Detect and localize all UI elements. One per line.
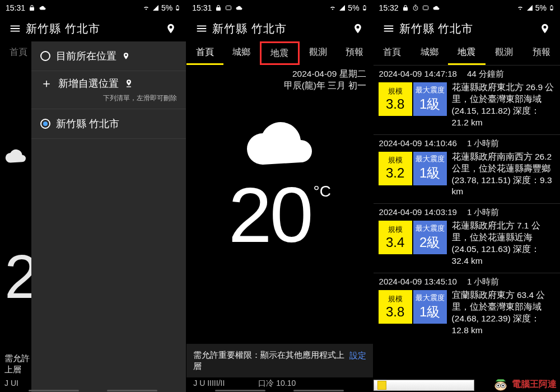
eq-time: 2024-04-09 14:10:46 [379,138,457,149]
svg-rect-11 [551,6,552,6]
battery-icon [175,4,180,12]
earthquake-item[interactable]: 2024-04-09 14:10:461 小時前規模3.2最大震度1級花蓮縣政府… [374,134,560,204]
add-location-row[interactable]: ＋ 新增自選位置 下列清單，左滑即可刪除 [31,71,186,109]
magnitude-value: 3.2 [386,165,404,181]
magnitude-tile: 規模3.4 [378,220,413,255]
svg-rect-1 [177,6,178,6]
plus-icon: ＋ [40,78,53,88]
faint-below: J U IIIII/II 口冷 10.10 [186,379,372,389]
earthquake-item[interactable]: 2024-04-09 13:45:101 小時前規模3.8最大震度1級宜蘭縣政府… [374,273,560,342]
status-bar: 15:31 5% [0,0,186,16]
battery-text: 5% [161,3,172,12]
cloud-icon [432,4,440,11]
temperature: 20 °C [186,176,372,254]
intensity-tile: 最大震度1級 [413,82,447,116]
magnitude-tile: 規模3.2 [378,151,413,186]
svg-rect-2 [177,10,179,10]
current-location-row[interactable]: 目前所在位置 [31,41,186,71]
eq-ago: 1 小時前 [467,138,500,149]
menu-button[interactable] [378,22,399,35]
wifi-icon [142,4,150,11]
status-bar: 15:31 5% [186,0,372,16]
tab-observe[interactable]: 觀測 [300,41,336,65]
tab-earthquake[interactable]: 地震 [260,41,300,65]
intensity-tile: 最大震度2級 [413,220,447,255]
battery-text: 5% [535,3,547,12]
location-button[interactable] [347,23,368,34]
tab-bar: 首頁 城鄉 地震 觀測 預報 [374,41,560,65]
ad-strip[interactable] [374,380,474,391]
location-sheet: 目前所在位置 ＋ 新增自選位置 下列清單，左滑即可刪除 新竹縣 竹北市 [31,41,186,392]
status-bar: 15:32 5% [374,0,560,16]
location-button[interactable] [160,23,181,34]
tab-forecast[interactable]: 預報 [336,41,372,65]
phone-3: 15:32 5% 新竹縣 竹北市 首頁 城鄉 地震 觀測 預報 2024-04-… [374,0,560,392]
lock-icon [402,4,409,11]
permission-settings-link[interactable]: 設定 [349,349,366,361]
timer-icon [412,4,419,11]
earthquake-item[interactable]: 2024-04-09 14:47:1844 分鐘前規模3.8最大震度1級花蓮縣政… [374,65,560,134]
tab-home[interactable]: 首頁 [374,41,411,65]
intensity-tile: 最大震度1級 [413,290,447,324]
intensity-tile: 最大震度1級 [413,151,447,186]
eq-ago: 44 分鐘前 [467,69,504,80]
magnitude-tile: 規模3.8 [378,82,413,116]
screenshot-icon [225,4,232,11]
magnitude-value: 3.8 [386,304,404,320]
eq-time: 2024-04-09 14:47:18 [379,69,457,80]
battery-icon [549,4,554,12]
swipe-hint: 下列清單，左滑即可刪除 [40,90,177,109]
eq-time: 2024-04-09 14:03:19 [379,207,457,218]
app-bar: 新竹縣 竹北市 [0,16,186,41]
menu-button[interactable] [4,22,26,35]
battery-text: 5% [348,3,359,12]
location-pin-icon [122,52,130,60]
phone-1: 15:31 5% 新竹縣 竹北市 首頁 2 需允許 上層 J [0,0,186,392]
saved-location-row[interactable]: 新竹縣 竹北市 [31,109,186,139]
saved-location-label: 新竹縣 竹北市 [56,117,119,130]
add-location-label: 新增自選位置 [58,77,119,90]
cloud-icon [39,4,46,11]
watermark-badge: 電腦王阿達 [493,377,557,391]
wifi-icon [516,4,524,11]
menu-icon [382,22,395,35]
menu-button[interactable] [191,22,212,35]
tab-bar: 首頁 城鄉 地震 觀測 預報 [186,41,372,65]
wifi-icon [329,4,337,11]
location-button[interactable] [534,23,556,34]
eq-description: 宜蘭縣政府東方 63.4 公里，位於臺灣東部海域(24.68, 122.39) … [447,290,556,337]
ad-icon [377,381,386,390]
tab-town[interactable]: 城鄉 [410,41,448,65]
tab-town[interactable]: 城鄉 [223,41,260,65]
earthquake-item[interactable]: 2024-04-09 14:03:191 小時前規模3.4最大震度2級花蓮縣政府… [374,203,560,273]
menu-icon [9,22,21,35]
battery-icon [362,4,367,12]
app-title: 新竹縣 竹北市 [212,21,347,36]
svg-rect-7 [363,10,365,10]
temperature-value: 20 [228,176,311,254]
nav-bar [186,390,372,392]
nav-bar [0,390,186,392]
clock-text: 15:31 [192,3,212,12]
tab-observe[interactable]: 觀測 [486,41,523,65]
tab-earthquake[interactable]: 地震 [448,41,486,65]
intensity-value: 2級 [419,234,440,251]
lock-icon [29,4,35,11]
radio-unchecked-icon [40,51,50,61]
clock-text: 15:31 [6,3,25,12]
date-block: 2024-04-09 星期二 甲辰(龍)年 三月 初一 [186,65,372,92]
eq-description: 花蓮縣政府東北方 26.9 公里，位於臺灣東部海域(24.15, 121.82)… [447,82,556,129]
magnitude-tile: 規模3.8 [378,290,413,324]
location-pin-icon [352,23,363,34]
tab-forecast[interactable]: 預報 [522,41,560,65]
phone-2: 15:31 5% 新竹縣 竹北市 首頁 城鄉 地震 觀測 預報 2024-04-… [186,0,373,392]
permission-text: 需允許重要權限：顯示在其他應用程式上層 [193,349,344,372]
eq-description: 花蓮縣政府南南西方 26.2 公里，位於花蓮縣壽豐鄉(23.78, 121.51… [447,151,556,198]
lock-icon [215,4,222,11]
earthquake-list[interactable]: 2024-04-09 14:47:1844 分鐘前規模3.8最大震度1級花蓮縣政… [374,65,560,381]
tab-home[interactable]: 首頁 [186,41,223,65]
radio-checked-icon [40,119,50,129]
app-bar: 新竹縣 竹北市 [186,16,372,41]
eq-ago: 1 小時前 [467,277,500,287]
svg-rect-9 [423,6,428,10]
